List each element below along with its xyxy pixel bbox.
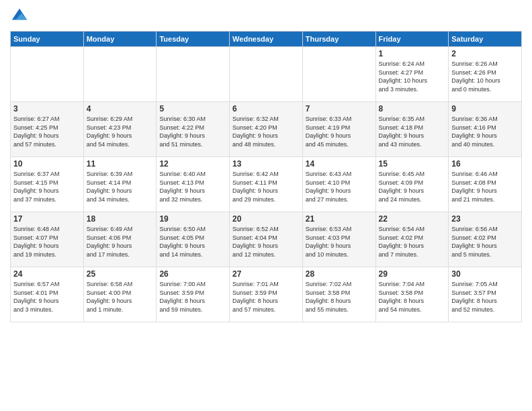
day-info: Sunrise: 6:33 AM Sunset: 4:19 PM Dayligh… <box>306 115 373 148</box>
calendar-cell: 24Sunrise: 6:57 AM Sunset: 4:01 PM Dayli… <box>11 267 84 322</box>
day-info: Sunrise: 6:39 AM Sunset: 4:14 PM Dayligh… <box>87 170 154 203</box>
calendar-cell <box>11 47 84 102</box>
day-info: Sunrise: 6:43 AM Sunset: 4:10 PM Dayligh… <box>306 170 373 203</box>
weekday-header-wednesday: Wednesday <box>230 32 303 47</box>
day-number: 8 <box>379 104 446 113</box>
calendar-cell <box>302 47 375 102</box>
calendar-cell: 16Sunrise: 6:46 AM Sunset: 4:08 PM Dayli… <box>449 157 522 212</box>
weekday-header-saturday: Saturday <box>449 32 522 47</box>
day-info: Sunrise: 6:32 AM Sunset: 4:20 PM Dayligh… <box>232 115 300 148</box>
day-number: 7 <box>306 104 373 113</box>
calendar-cell: 3Sunrise: 6:27 AM Sunset: 4:25 PM Daylig… <box>11 102 84 157</box>
calendar-cell: 29Sunrise: 7:04 AM Sunset: 3:58 PM Dayli… <box>375 267 449 322</box>
calendar-week-0: 1Sunrise: 6:24 AM Sunset: 4:27 PM Daylig… <box>11 47 522 102</box>
day-info: Sunrise: 6:42 AM Sunset: 4:11 PM Dayligh… <box>232 170 300 203</box>
calendar-cell: 9Sunrise: 6:36 AM Sunset: 4:16 PM Daylig… <box>449 102 522 157</box>
day-number: 30 <box>451 269 519 279</box>
logo-icon <box>10 7 29 26</box>
calendar-week-2: 10Sunrise: 6:37 AM Sunset: 4:15 PM Dayli… <box>11 157 522 212</box>
weekday-header-friday: Friday <box>375 32 449 47</box>
calendar-cell: 19Sunrise: 6:50 AM Sunset: 4:05 PM Dayli… <box>157 212 230 267</box>
calendar-cell: 30Sunrise: 7:05 AM Sunset: 3:57 PM Dayli… <box>449 267 522 322</box>
weekday-header-tuesday: Tuesday <box>157 32 230 47</box>
day-number: 4 <box>87 104 154 113</box>
day-info: Sunrise: 6:27 AM Sunset: 4:25 PM Dayligh… <box>13 115 81 148</box>
day-number: 10 <box>13 159 81 169</box>
calendar-cell: 2Sunrise: 6:26 AM Sunset: 4:26 PM Daylig… <box>449 47 522 102</box>
day-info: Sunrise: 7:05 AM Sunset: 3:57 PM Dayligh… <box>451 280 519 314</box>
day-info: Sunrise: 6:48 AM Sunset: 4:07 PM Dayligh… <box>13 225 81 259</box>
calendar-cell: 25Sunrise: 6:58 AM Sunset: 4:00 PM Dayli… <box>83 267 157 322</box>
day-info: Sunrise: 6:37 AM Sunset: 4:15 PM Dayligh… <box>13 170 81 203</box>
day-number: 14 <box>306 159 373 169</box>
calendar-cell: 8Sunrise: 6:35 AM Sunset: 4:18 PM Daylig… <box>375 102 449 157</box>
calendar-cell: 27Sunrise: 7:01 AM Sunset: 3:59 PM Dayli… <box>230 267 303 322</box>
calendar-cell: 11Sunrise: 6:39 AM Sunset: 4:14 PM Dayli… <box>83 157 157 212</box>
day-info: Sunrise: 7:01 AM Sunset: 3:59 PM Dayligh… <box>232 280 300 314</box>
weekday-header-row: SundayMondayTuesdayWednesdayThursdayFrid… <box>11 32 522 47</box>
day-number: 28 <box>306 269 373 279</box>
day-number: 17 <box>13 214 81 224</box>
day-number: 25 <box>87 269 154 279</box>
day-number: 16 <box>451 159 519 169</box>
header <box>10 7 522 26</box>
calendar-cell: 28Sunrise: 7:02 AM Sunset: 3:58 PM Dayli… <box>302 267 375 322</box>
day-info: Sunrise: 6:30 AM Sunset: 4:22 PM Dayligh… <box>159 115 226 148</box>
calendar-cell: 10Sunrise: 6:37 AM Sunset: 4:15 PM Dayli… <box>11 157 84 212</box>
calendar-cell: 6Sunrise: 6:32 AM Sunset: 4:20 PM Daylig… <box>230 102 303 157</box>
calendar-cell: 5Sunrise: 6:30 AM Sunset: 4:22 PM Daylig… <box>157 102 230 157</box>
day-info: Sunrise: 7:04 AM Sunset: 3:58 PM Dayligh… <box>379 280 446 314</box>
day-info: Sunrise: 6:49 AM Sunset: 4:06 PM Dayligh… <box>87 225 154 259</box>
calendar-table: SundayMondayTuesdayWednesdayThursdayFrid… <box>10 31 522 322</box>
calendar-cell: 7Sunrise: 6:33 AM Sunset: 4:19 PM Daylig… <box>302 102 375 157</box>
logo <box>10 7 32 26</box>
day-info: Sunrise: 6:35 AM Sunset: 4:18 PM Dayligh… <box>379 115 446 148</box>
calendar-cell: 18Sunrise: 6:49 AM Sunset: 4:06 PM Dayli… <box>83 212 157 267</box>
calendar-cell: 26Sunrise: 7:00 AM Sunset: 3:59 PM Dayli… <box>157 267 230 322</box>
day-info: Sunrise: 6:58 AM Sunset: 4:00 PM Dayligh… <box>87 280 154 314</box>
calendar-cell: 22Sunrise: 6:54 AM Sunset: 4:02 PM Dayli… <box>375 212 449 267</box>
calendar-cell: 13Sunrise: 6:42 AM Sunset: 4:11 PM Dayli… <box>230 157 303 212</box>
day-number: 19 <box>159 214 226 224</box>
day-number: 15 <box>379 159 446 169</box>
calendar-cell: 14Sunrise: 6:43 AM Sunset: 4:10 PM Dayli… <box>302 157 375 212</box>
weekday-header-sunday: Sunday <box>11 32 84 47</box>
calendar-week-1: 3Sunrise: 6:27 AM Sunset: 4:25 PM Daylig… <box>11 102 522 157</box>
day-number: 26 <box>159 269 226 279</box>
calendar-cell: 20Sunrise: 6:52 AM Sunset: 4:04 PM Dayli… <box>230 212 303 267</box>
day-info: Sunrise: 6:40 AM Sunset: 4:13 PM Dayligh… <box>159 170 226 203</box>
calendar-cell: 4Sunrise: 6:29 AM Sunset: 4:23 PM Daylig… <box>83 102 157 157</box>
day-number: 20 <box>232 214 300 224</box>
day-info: Sunrise: 6:53 AM Sunset: 4:03 PM Dayligh… <box>306 225 373 259</box>
calendar-cell: 23Sunrise: 6:56 AM Sunset: 4:02 PM Dayli… <box>449 212 522 267</box>
day-number: 23 <box>451 214 519 224</box>
calendar-cell: 17Sunrise: 6:48 AM Sunset: 4:07 PM Dayli… <box>11 212 84 267</box>
day-info: Sunrise: 6:50 AM Sunset: 4:05 PM Dayligh… <box>159 225 226 259</box>
calendar-cell: 15Sunrise: 6:45 AM Sunset: 4:09 PM Dayli… <box>375 157 449 212</box>
calendar-cell: 12Sunrise: 6:40 AM Sunset: 4:13 PM Dayli… <box>157 157 230 212</box>
day-number: 6 <box>232 104 300 113</box>
day-number: 24 <box>13 269 81 279</box>
day-info: Sunrise: 6:54 AM Sunset: 4:02 PM Dayligh… <box>379 225 446 259</box>
day-number: 13 <box>232 159 300 169</box>
day-number: 11 <box>87 159 154 169</box>
page: SundayMondayTuesdayWednesdayThursdayFrid… <box>0 0 532 411</box>
day-number: 5 <box>159 104 226 113</box>
day-info: Sunrise: 6:52 AM Sunset: 4:04 PM Dayligh… <box>232 225 300 259</box>
day-info: Sunrise: 6:36 AM Sunset: 4:16 PM Dayligh… <box>451 115 519 148</box>
day-number: 18 <box>87 214 154 224</box>
calendar-week-3: 17Sunrise: 6:48 AM Sunset: 4:07 PM Dayli… <box>11 212 522 267</box>
day-info: Sunrise: 6:56 AM Sunset: 4:02 PM Dayligh… <box>451 225 519 259</box>
day-info: Sunrise: 6:46 AM Sunset: 4:08 PM Dayligh… <box>451 170 519 203</box>
day-number: 29 <box>379 269 446 279</box>
day-number: 27 <box>232 269 300 279</box>
calendar-cell <box>83 47 157 102</box>
calendar-week-4: 24Sunrise: 6:57 AM Sunset: 4:01 PM Dayli… <box>11 267 522 322</box>
weekday-header-monday: Monday <box>83 32 157 47</box>
day-number: 9 <box>451 104 519 113</box>
day-info: Sunrise: 6:45 AM Sunset: 4:09 PM Dayligh… <box>379 170 446 203</box>
day-info: Sunrise: 7:02 AM Sunset: 3:58 PM Dayligh… <box>306 280 373 314</box>
day-number: 1 <box>379 49 446 58</box>
calendar-cell: 1Sunrise: 6:24 AM Sunset: 4:27 PM Daylig… <box>375 47 449 102</box>
day-number: 12 <box>159 159 226 169</box>
